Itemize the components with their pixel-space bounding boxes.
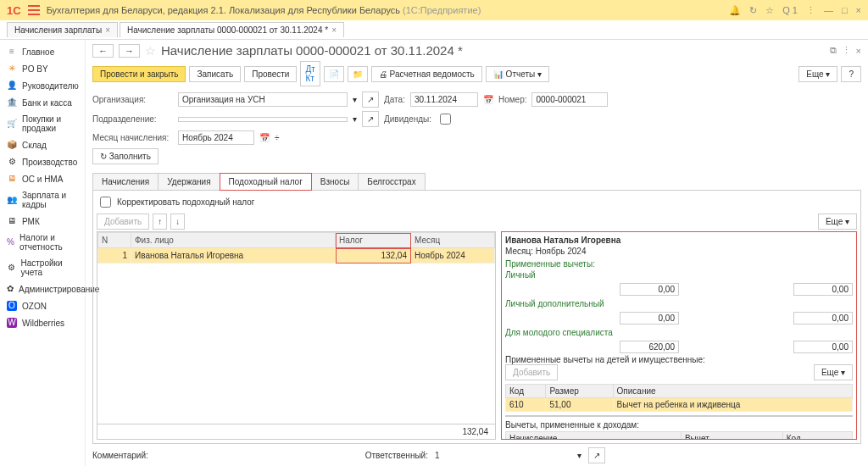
deduction-row[interactable]: 610 51,00 Вычет на ребенка и иждивенца bbox=[506, 398, 853, 412]
resp-dropdown-icon[interactable]: ▾ bbox=[577, 451, 581, 460]
max-icon[interactable]: □ bbox=[842, 5, 848, 16]
personal-add-val1[interactable]: 0,00 bbox=[620, 312, 679, 325]
pos-icon: 🖥 bbox=[7, 216, 17, 226]
dt-icon-button[interactable]: ДтКт bbox=[300, 61, 320, 86]
sidebar-item-tax[interactable]: %Налоги и отчетность bbox=[0, 230, 85, 255]
tab-close-icon[interactable]: × bbox=[105, 25, 110, 35]
move-up-button[interactable]: ↑ bbox=[153, 214, 167, 230]
young-val1[interactable]: 620,00 bbox=[620, 341, 679, 353]
tab-accruals[interactable]: Начисления bbox=[92, 173, 159, 191]
calendar-icon[interactable]: 📅 bbox=[259, 133, 270, 142]
settings-icon[interactable]: ⋮ bbox=[806, 5, 815, 16]
personal-val1[interactable]: 0,00 bbox=[620, 283, 679, 296]
move-down-button[interactable]: ↓ bbox=[170, 214, 185, 230]
tab-income-tax[interactable]: Подоходный налог bbox=[220, 173, 312, 191]
write-button[interactable]: Записать bbox=[189, 66, 241, 82]
sidebar-item-stock[interactable]: 📦Склад bbox=[0, 136, 85, 153]
detail-month-value: Ноябрь 2024 bbox=[536, 247, 587, 256]
menu-icon[interactable] bbox=[28, 4, 40, 16]
sidebar-item-bank[interactable]: 🏦Банк и касса bbox=[0, 94, 85, 111]
window-link-icon[interactable]: ⧉ bbox=[830, 45, 837, 56]
payslip-button[interactable]: 🖨 Расчетная ведомость bbox=[371, 66, 482, 82]
tab-contributions[interactable]: Взносы bbox=[311, 173, 359, 191]
young-label: Для молодого специалиста bbox=[505, 328, 613, 337]
sidebar-item-trade[interactable]: 🛒Покупки и продажи bbox=[0, 111, 85, 136]
sidebar-item-manager[interactable]: 👤Руководителю bbox=[0, 77, 85, 94]
org-input[interactable]: Организация на УСН bbox=[178, 92, 348, 107]
document-title: Начисление зарплаты 0000-000021 от 30.11… bbox=[161, 43, 463, 58]
table-more-button[interactable]: Еще ▾ bbox=[818, 214, 857, 230]
close-icon[interactable]: × bbox=[856, 5, 861, 16]
date-input[interactable]: 30.11.2024 bbox=[410, 92, 478, 107]
close-icon[interactable]: × bbox=[856, 46, 861, 56]
favorite-icon[interactable]: ☆ bbox=[145, 44, 156, 58]
fill-button[interactable]: ↻ Заполнить bbox=[92, 148, 159, 164]
table-row[interactable]: 1 Иванова Наталья Игоревна 132,04 Ноябрь… bbox=[98, 248, 495, 264]
asterisk-icon: ✳ bbox=[7, 64, 17, 74]
col-n: N bbox=[98, 233, 131, 248]
correct-tax-label: Корректировать подоходный налог bbox=[117, 197, 254, 207]
dept-input[interactable] bbox=[178, 117, 348, 122]
more-icon[interactable]: ⋮ bbox=[842, 45, 851, 56]
sidebar-item-wb[interactable]: WWildberries bbox=[0, 314, 85, 331]
resp-open-button[interactable]: ↗ bbox=[588, 447, 605, 463]
run-close-button[interactable]: Провести и закрыть bbox=[92, 66, 186, 82]
tab-deductions[interactable]: Удержания bbox=[158, 173, 220, 191]
sidebar-item-poby[interactable]: ✳PO BY bbox=[0, 60, 85, 77]
sidebar-item-ozon[interactable]: OOZON bbox=[0, 297, 85, 314]
help-button[interactable]: ? bbox=[841, 66, 861, 82]
personal-val2[interactable]: 0,00 bbox=[793, 283, 853, 296]
detail-person: Иванова Наталья Игоревна bbox=[505, 236, 853, 245]
reports-button[interactable]: 📊 Отчеты ▾ bbox=[486, 66, 549, 82]
sidebar-item-rmk[interactable]: 🖥РМК bbox=[0, 213, 85, 230]
more-button[interactable]: Еще ▾ bbox=[798, 66, 837, 82]
young-val2[interactable]: 0,00 bbox=[793, 341, 853, 353]
deductions-more-button[interactable]: Еще ▾ bbox=[814, 364, 853, 380]
col-size: Размер bbox=[546, 385, 613, 398]
month-stepper[interactable]: ÷ bbox=[275, 133, 280, 142]
sidebar-item-prod[interactable]: ⚙Производство bbox=[0, 153, 85, 170]
correct-tax-checkbox[interactable] bbox=[100, 197, 111, 208]
dividends-checkbox[interactable] bbox=[440, 114, 451, 125]
resp-label: Ответственный: bbox=[365, 451, 428, 460]
resp-input[interactable]: 1 bbox=[435, 451, 570, 460]
history-icon[interactable]: ↻ bbox=[749, 5, 757, 16]
nav-back-button[interactable]: ← bbox=[92, 44, 114, 58]
income-deductions-title: Вычеты, примененные к доходам: bbox=[505, 420, 853, 430]
folder-icon-button[interactable]: 📁 bbox=[348, 66, 368, 82]
dept-label: Подразделение: bbox=[92, 114, 173, 124]
tab-close-icon[interactable]: × bbox=[331, 25, 337, 35]
children-deductions-title: Примененные вычеты на детей и имуществен… bbox=[505, 355, 853, 364]
tab-payroll-list[interactable]: Начисления зарплаты × bbox=[7, 22, 118, 37]
sidebar-item-admin[interactable]: ✿Администрирование bbox=[0, 280, 85, 297]
add-row-button[interactable]: Добавить bbox=[97, 214, 149, 230]
sidebar-item-payroll[interactable]: 👥Зарплата и кадры bbox=[0, 187, 85, 213]
num-input[interactable]: 0000-000021 bbox=[531, 92, 608, 107]
personal-add-val2[interactable]: 0,00 bbox=[793, 312, 853, 325]
sidebar-item-main[interactable]: ≡Главное bbox=[0, 43, 85, 60]
tab-payroll-doc[interactable]: Начисление зарплаты 0000-000021 от 30.11… bbox=[120, 22, 344, 37]
org-dropdown-icon[interactable]: ▾ bbox=[353, 95, 357, 104]
chat-icon[interactable]: Q 1 bbox=[782, 5, 798, 16]
sidebar-item-assets[interactable]: 🖥ОС и НМА bbox=[0, 170, 85, 187]
document-icon-button[interactable]: 📄 bbox=[324, 66, 344, 82]
org-open-button[interactable]: ↗ bbox=[362, 92, 379, 108]
logo: 1C bbox=[7, 4, 21, 17]
min-icon[interactable]: — bbox=[824, 5, 833, 16]
col-code2: Код bbox=[782, 432, 852, 441]
calendar-icon[interactable]: 📅 bbox=[483, 95, 493, 104]
dept-open-button[interactable]: ↗ bbox=[362, 111, 379, 127]
gear-icon: ⚙ bbox=[7, 263, 15, 273]
month-input[interactable]: Ноябрь 2024 bbox=[178, 130, 254, 145]
add-deduction-button[interactable]: Добавить bbox=[505, 364, 558, 380]
bell-icon[interactable]: 🔔 bbox=[729, 5, 741, 16]
dept-dropdown-icon[interactable]: ▾ bbox=[353, 114, 357, 124]
star-icon[interactable]: ☆ bbox=[765, 5, 774, 16]
sidebar-item-settings[interactable]: ⚙Настройки учета bbox=[0, 255, 85, 280]
wrench-icon: ✿ bbox=[7, 284, 14, 294]
run-button[interactable]: Провести bbox=[244, 66, 297, 82]
nav-fwd-button[interactable]: → bbox=[119, 44, 140, 58]
applied-deductions-title: Примененные вычеты: bbox=[505, 259, 853, 269]
tab-belgosstrakh[interactable]: Белгосстрах bbox=[358, 173, 425, 191]
comment-label: Комментарий: bbox=[92, 451, 148, 460]
